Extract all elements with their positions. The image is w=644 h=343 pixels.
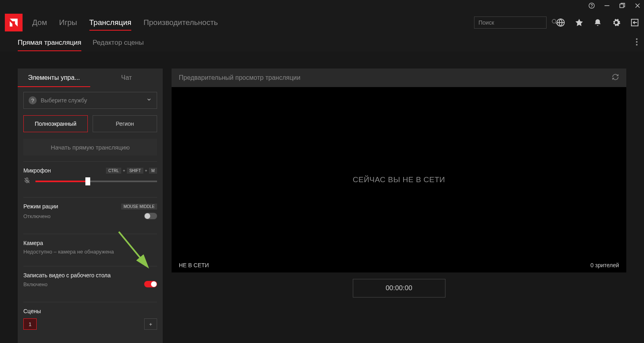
globe-icon[interactable] — [556, 18, 565, 27]
search-box[interactable] — [474, 17, 547, 29]
subtab-scene-editor[interactable]: Редактор сцены — [93, 34, 144, 51]
microphone-track[interactable] — [35, 181, 157, 182]
svg-point-7 — [552, 19, 556, 23]
amd-logo — [5, 14, 23, 31]
scenes-title: Сцены — [23, 308, 157, 314]
ptt-hotkey: MOUSE MIDDLE — [121, 204, 157, 210]
mic-muted-icon[interactable] — [23, 177, 31, 186]
desktop-record-title: Записать видео с рабочего стола — [23, 272, 157, 279]
microphone-slider[interactable] — [23, 177, 157, 186]
search-input[interactable] — [478, 19, 549, 26]
nav-tab-home[interactable]: Дом — [32, 11, 47, 34]
select-service-label: Выберите службу — [41, 97, 146, 104]
window-titlebar — [0, 0, 644, 11]
left-tab-controls[interactable]: Элементы упра... — [18, 69, 90, 87]
ptt-title: Режим рации — [23, 203, 58, 210]
preview-area: СЕЙЧАС ВЫ НЕ В СЕТИ НЕ В СЕТИ 0 зрителей — [172, 87, 626, 272]
microphone-thumb[interactable] — [85, 177, 90, 185]
capture-fullscreen-button[interactable]: Полноэкранный — [23, 115, 88, 132]
right-panel: Предварительный просмотр трансляции СЕЙЧ… — [172, 69, 626, 343]
chevron-down-icon — [146, 97, 152, 104]
select-service-dropdown[interactable]: ? Выберите службу — [23, 92, 157, 109]
desktop-record-section: Записать видео с рабочего стола Включено — [23, 266, 157, 296]
nav-right — [474, 17, 639, 29]
left-tab-chat[interactable]: Чат — [90, 69, 163, 87]
go-live-button[interactable]: Начать прямую трансляцию — [23, 139, 157, 156]
capture-region-button[interactable]: Регион — [93, 115, 157, 132]
left-panel-tabs: Элементы упра... Чат — [18, 69, 163, 87]
nav-tab-games[interactable]: Игры — [59, 11, 77, 34]
viewer-count: 0 зрителей — [590, 262, 619, 268]
camera-title: Камера — [23, 240, 157, 246]
main-area: Элементы упра... Чат ? Выберите службу П… — [0, 52, 644, 343]
maximize-icon[interactable] — [619, 2, 625, 9]
preview-header: Предварительный просмотр трансляции — [172, 69, 626, 87]
help-icon[interactable] — [588, 2, 595, 9]
camera-section: Камера Недоступно – камера не обнаружена — [23, 234, 157, 260]
offline-status: НЕ В СЕТИ — [179, 262, 209, 268]
refresh-icon[interactable] — [612, 73, 619, 82]
desktop-record-toggle[interactable] — [144, 281, 157, 287]
preview-title: Предварительный просмотр трансляции — [179, 74, 300, 81]
svg-point-14 — [636, 44, 638, 46]
svg-point-12 — [636, 38, 638, 40]
ptt-toggle[interactable] — [144, 213, 157, 219]
bell-icon[interactable] — [593, 18, 602, 27]
subtab-live-stream[interactable]: Прямая трансляция — [18, 34, 81, 51]
sub-tabs: Прямая трансляция Редактор сцены — [0, 34, 644, 52]
nav-tab-performance[interactable]: Производительность — [143, 11, 217, 34]
add-scene-button[interactable]: + — [144, 318, 157, 330]
offline-message: СЕЙЧАС ВЫ НЕ В СЕТИ — [353, 175, 445, 184]
nav-tab-streaming[interactable]: Трансляция — [89, 11, 132, 34]
control-bar: 00:00:00 — [172, 272, 626, 317]
microphone-title: Микрофон — [23, 167, 51, 174]
svg-point-13 — [636, 41, 638, 43]
question-icon: ? — [29, 96, 37, 104]
camera-status: Недоступно – камера не обнаружена — [23, 249, 157, 255]
microphone-fill — [35, 181, 88, 182]
svg-rect-3 — [620, 4, 623, 8]
stream-timer[interactable]: 00:00:00 — [353, 279, 445, 297]
scene-1-button[interactable]: 1 — [23, 318, 37, 330]
svg-marker-6 — [10, 21, 12, 27]
scenes-bar: 1 + — [23, 318, 157, 330]
preview-footer: НЕ В СЕТИ 0 зрителей — [179, 262, 619, 268]
left-panel: Элементы упра... Чат ? Выберите службу П… — [18, 69, 163, 343]
svg-point-1 — [592, 7, 592, 7]
top-nav: Дом Игры Трансляция Производительность — [0, 11, 644, 34]
minimize-icon[interactable] — [604, 2, 610, 9]
microphone-hotkey: CTRL+SHIFT+M — [106, 168, 157, 174]
star-icon[interactable] — [575, 18, 584, 27]
more-icon[interactable] — [636, 38, 638, 47]
exit-icon[interactable] — [630, 18, 639, 27]
close-icon[interactable] — [634, 2, 641, 9]
left-panel-body: ? Выберите службу Полноэкранный Регион Н… — [18, 87, 163, 343]
capture-mode-row: Полноэкранный Регион — [23, 115, 157, 132]
scenes-section: Сцены 1 + — [23, 302, 157, 335]
nav-tabs: Дом Игры Трансляция Производительность — [32, 11, 474, 34]
desktop-record-status: Включено — [23, 281, 48, 287]
gear-icon[interactable] — [612, 18, 621, 27]
ptt-status: Отключено — [23, 213, 50, 219]
microphone-section: Микрофон CTRL+SHIFT+M — [23, 161, 157, 191]
ptt-section: Режим рации MOUSE MIDDLE Отключено — [23, 197, 157, 228]
